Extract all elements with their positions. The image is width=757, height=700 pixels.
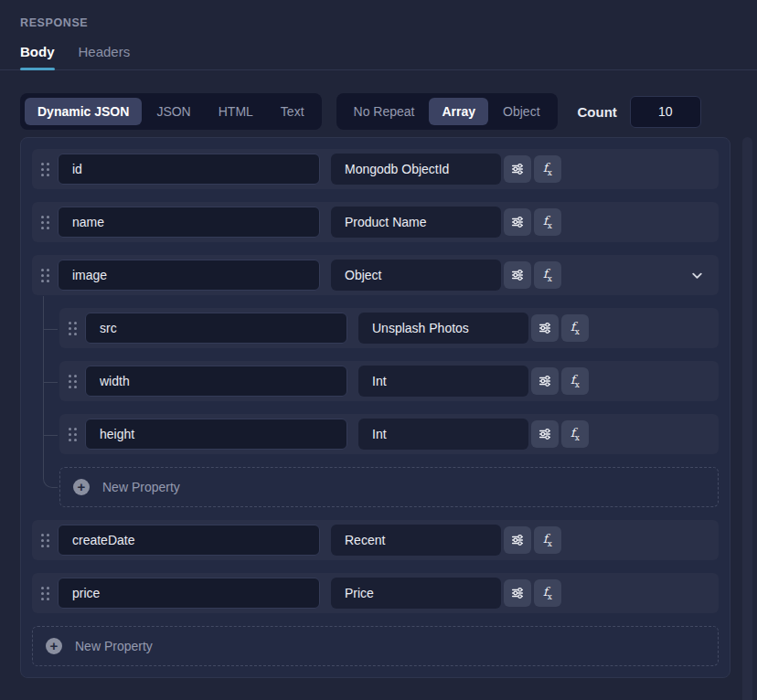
tab-body[interactable]: Body (20, 44, 55, 69)
property-key-input[interactable] (58, 154, 320, 185)
count-label: Count (578, 104, 617, 120)
drag-handle-icon[interactable] (67, 322, 78, 335)
tree-connector (43, 435, 58, 436)
tree-connector (43, 296, 58, 488)
property-key-input[interactable] (85, 313, 347, 344)
sliders-icon[interactable] (504, 208, 531, 236)
add-property-button[interactable]: + New Property (32, 626, 719, 666)
fx-icon[interactable]: fx (534, 208, 561, 236)
schema-row-createdate: Recent fx (32, 520, 719, 560)
count-control: Count (578, 96, 701, 128)
fx-icon[interactable]: fx (534, 261, 561, 289)
tab-bar: Body Headers (0, 44, 757, 70)
drag-handle-icon[interactable] (39, 216, 50, 229)
sliders-icon[interactable] (531, 420, 559, 448)
type-group: Int fx (358, 419, 589, 450)
sliders-icon[interactable] (504, 579, 531, 607)
type-group: Int fx (358, 366, 589, 397)
property-type-select[interactable]: Int (358, 366, 528, 397)
property-key-input[interactable] (85, 366, 347, 397)
property-type-select[interactable]: Object (331, 260, 501, 291)
schema-row-name: Product Name fx (32, 202, 719, 242)
property-type-select[interactable]: Mongodb ObjectId (331, 154, 501, 185)
property-key-input[interactable] (58, 525, 320, 556)
schema-row-id: Mongodb ObjectId fx (32, 149, 719, 189)
drag-handle-icon[interactable] (39, 587, 50, 600)
type-group: Unsplash Photos fx (358, 313, 589, 344)
format-option-json[interactable]: JSON (144, 98, 203, 125)
format-option-dynamic-json[interactable]: Dynamic JSON (25, 98, 142, 125)
property-key-input[interactable] (58, 260, 320, 291)
property-type-select[interactable]: Recent (331, 525, 501, 556)
property-type-select[interactable]: Product Name (331, 207, 501, 238)
format-segmented-control: Dynamic JSON JSON HTML Text (20, 93, 322, 130)
sliders-icon[interactable] (531, 367, 559, 395)
schema-row-src: Unsplash Photos fx (59, 308, 719, 348)
sliders-icon[interactable] (531, 314, 559, 342)
drag-handle-icon[interactable] (67, 428, 78, 441)
fx-icon[interactable]: fx (561, 367, 589, 395)
drag-handle-icon[interactable] (39, 163, 50, 176)
repeat-option-array[interactable]: Array (429, 98, 488, 125)
count-input[interactable] (630, 96, 701, 128)
type-group: Price fx (331, 578, 561, 609)
property-type-select[interactable]: Price (331, 578, 501, 609)
scrollbar[interactable] (742, 137, 752, 700)
add-nested-property-button[interactable]: + New Property (59, 467, 719, 507)
sliders-icon[interactable] (504, 526, 531, 554)
property-type-select[interactable]: Int (358, 419, 528, 450)
tree-connector (43, 382, 58, 383)
schema-row-width: Int fx (59, 361, 719, 401)
schema-row-height: Int fx (59, 414, 719, 454)
format-option-html[interactable]: HTML (206, 98, 266, 125)
schema-row-price: Price fx (32, 573, 719, 613)
toolbar: Dynamic JSON JSON HTML Text No Repeat Ar… (20, 93, 737, 130)
format-option-text[interactable]: Text (268, 98, 317, 125)
property-type-select[interactable]: Unsplash Photos (358, 313, 528, 344)
fx-icon[interactable]: fx (534, 579, 561, 607)
fx-icon[interactable]: fx (561, 314, 589, 342)
repeat-option-object[interactable]: Object (490, 98, 552, 125)
add-property-label: New Property (75, 639, 153, 653)
plus-icon: + (46, 638, 62, 654)
drag-handle-icon[interactable] (39, 534, 50, 547)
plus-icon: + (73, 479, 90, 495)
property-key-input[interactable] (85, 419, 347, 450)
repeat-segmented-control: No Repeat Array Object (336, 93, 558, 130)
sliders-icon[interactable] (504, 155, 531, 183)
chevron-down-icon[interactable] (690, 269, 704, 282)
type-group: Product Name fx (331, 207, 561, 238)
type-group: Object fx (331, 260, 561, 291)
schema-row-image: Object fx (32, 255, 719, 295)
drag-handle-icon[interactable] (67, 375, 78, 388)
tree-connector (43, 329, 58, 330)
panel-title: RESPONSE (0, 0, 757, 29)
fx-icon[interactable]: fx (534, 155, 561, 183)
add-property-label: New Property (102, 480, 180, 494)
type-group: Recent fx (331, 525, 561, 556)
fx-icon[interactable]: fx (534, 526, 561, 554)
repeat-option-no-repeat[interactable]: No Repeat (341, 98, 428, 125)
tab-headers[interactable]: Headers (79, 44, 131, 69)
fx-icon[interactable]: fx (561, 420, 589, 448)
schema-editor: Mongodb ObjectId fx Product Name fx Obje… (20, 137, 730, 678)
property-key-input[interactable] (58, 578, 320, 609)
type-group: Mongodb ObjectId fx (331, 154, 561, 185)
property-key-input[interactable] (58, 207, 320, 238)
sliders-icon[interactable] (504, 261, 531, 289)
drag-handle-icon[interactable] (39, 269, 50, 282)
